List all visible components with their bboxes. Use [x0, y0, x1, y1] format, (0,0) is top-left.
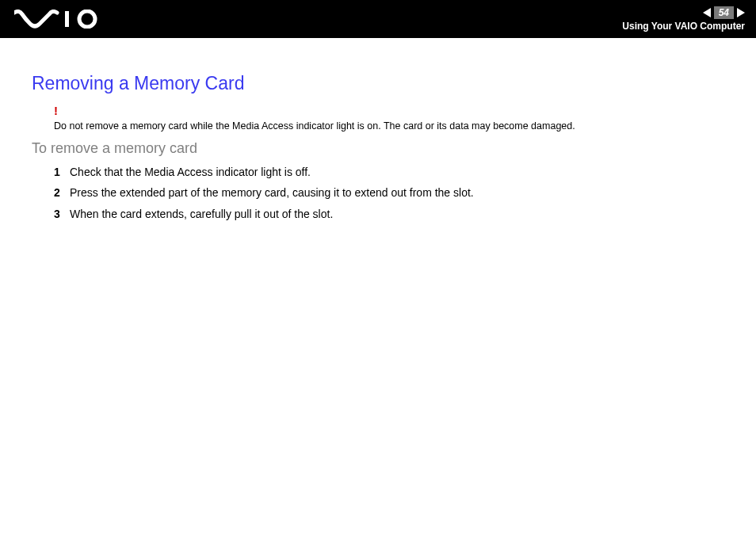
step-item: Press the extended part of the memory ca…	[54, 184, 724, 201]
next-page-arrow-icon[interactable]	[737, 8, 745, 17]
vaio-logo	[14, 10, 109, 29]
header-right: 54 Using Your VAIO Computer	[622, 6, 745, 32]
prev-page-arrow-icon[interactable]	[703, 8, 711, 17]
page-content: Removing a Memory Card ! Do not remove a…	[0, 38, 756, 223]
svg-point-1	[79, 11, 95, 27]
step-item: When the card extends, carefully pull it…	[54, 205, 724, 223]
steps-list: Check that the Media Access indicator li…	[32, 163, 724, 223]
svg-rect-0	[65, 11, 69, 27]
page-title: Removing a Memory Card	[32, 73, 724, 94]
header-bar: 54 Using Your VAIO Computer	[0, 0, 756, 38]
step-item: Check that the Media Access indicator li…	[54, 163, 724, 181]
page-number: 54	[714, 6, 734, 19]
section-label: Using Your VAIO Computer	[622, 21, 745, 32]
warning-icon: !	[54, 104, 58, 117]
warning-block: ! Do not remove a memory card while the …	[54, 104, 724, 132]
procedure-subhead: To remove a memory card	[32, 140, 724, 157]
page-nav: 54	[703, 6, 745, 19]
warning-text: Do not remove a memory card while the Me…	[54, 120, 575, 132]
